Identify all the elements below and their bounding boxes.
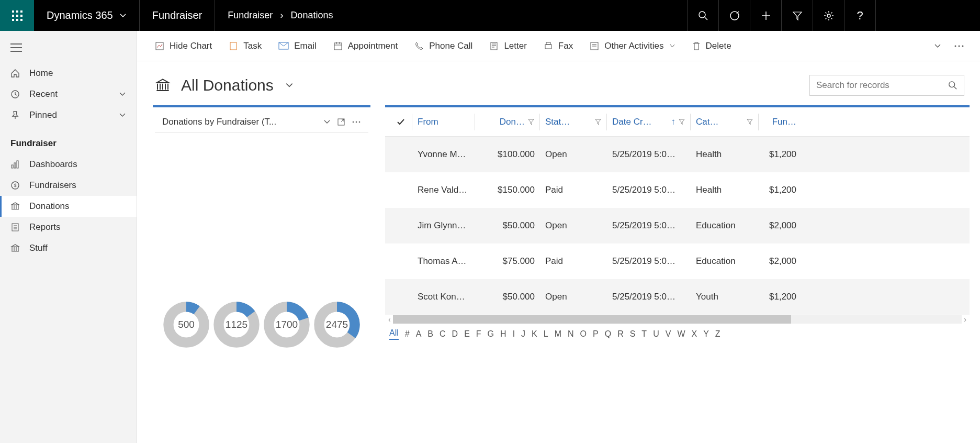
sidebar-toggle[interactable] — [0, 34, 137, 63]
cell-date: 5/25/2019 5:0… — [607, 292, 691, 302]
app-launcher[interactable] — [0, 0, 34, 31]
alpha-letter[interactable]: G — [488, 329, 494, 339]
donut-value: 500 — [163, 301, 210, 348]
svg-line-22 — [825, 18, 826, 19]
sidebar-item-donations[interactable]: Donations — [0, 196, 137, 217]
alpha-letter[interactable]: C — [440, 329, 446, 339]
alpha-letter[interactable]: D — [452, 329, 458, 339]
alpha-letter[interactable]: R — [617, 329, 624, 339]
sidebar-item-pinned[interactable]: Pinned — [0, 105, 137, 126]
settings-button[interactable] — [813, 0, 844, 31]
svg-point-59 — [353, 121, 354, 123]
cmd-fax[interactable]: Fax — [535, 41, 581, 51]
cmd-appointment[interactable]: Appointment — [325, 41, 406, 51]
cmd-letter[interactable]: Letter — [481, 41, 535, 51]
more-icon[interactable] — [352, 120, 361, 124]
app-title[interactable]: Dynamics 365 — [34, 0, 140, 31]
filter-button[interactable] — [781, 0, 813, 31]
email-icon — [278, 42, 289, 50]
alpha-letter[interactable]: M — [555, 329, 561, 339]
cmd-hide-chart[interactable]: Hide Chart — [147, 41, 220, 51]
scroll-right-icon[interactable]: › — [964, 315, 966, 324]
sidebar-item-stuff[interactable]: Stuff — [0, 238, 137, 259]
col-donation[interactable]: Don… — [475, 114, 540, 130]
alpha-letter[interactable]: L — [544, 329, 548, 339]
alpha-letter[interactable]: B — [427, 329, 433, 339]
alpha-letter[interactable]: K — [532, 329, 537, 339]
alpha-all[interactable]: All — [389, 328, 399, 340]
svg-rect-6 — [12, 19, 14, 21]
alpha-letter[interactable]: U — [653, 329, 659, 339]
table-row[interactable]: Yvonne M…$100.000Open5/25/2019 5:0…Healt… — [385, 137, 970, 172]
cmd-other-activities[interactable]: Other Activities — [581, 41, 683, 51]
donut-chart[interactable]: 500 — [163, 301, 210, 348]
alpha-letter[interactable]: Z — [715, 329, 720, 339]
select-all[interactable] — [389, 114, 412, 130]
col-status[interactable]: Stat… — [540, 114, 607, 130]
cmd-task[interactable]: Task — [220, 41, 270, 51]
cell-category: Education — [691, 256, 759, 267]
table-row[interactable]: Scott Kon…$50.000Open5/25/2019 5:0…Youth… — [385, 279, 970, 315]
donut-chart[interactable]: 1700 — [263, 301, 310, 348]
svg-rect-0 — [12, 10, 14, 13]
alpha-letter[interactable]: O — [580, 329, 587, 339]
col-category[interactable]: Cat… — [691, 114, 759, 130]
col-from[interactable]: From — [412, 114, 475, 130]
help-button[interactable]: ? — [844, 0, 875, 31]
alpha-letter[interactable]: X — [691, 329, 697, 339]
alpha-letter[interactable]: I — [513, 329, 515, 339]
chart-icon — [155, 41, 164, 51]
chevron-down-icon — [669, 43, 675, 49]
sidebar-item-label: Donations — [29, 201, 70, 212]
sidebar-item-reports[interactable]: Reports — [0, 217, 137, 238]
alpha-hash[interactable]: # — [405, 329, 410, 339]
cell-fundraiser: $1,200 — [759, 149, 802, 160]
svg-point-15 — [827, 14, 830, 17]
alpha-letter[interactable]: A — [416, 329, 422, 339]
new-button[interactable] — [750, 0, 781, 31]
alpha-letter[interactable]: V — [666, 329, 671, 339]
alpha-letter[interactable]: P — [593, 329, 599, 339]
col-fundraiser[interactable]: Fun… — [759, 114, 802, 130]
alpha-letter[interactable]: N — [568, 329, 574, 339]
more-icon[interactable] — [954, 45, 964, 48]
table-row[interactable]: Rene Vald…$150.000Paid5/25/2019 5:0…Heal… — [385, 172, 970, 208]
alpha-letter[interactable]: S — [630, 329, 636, 339]
sidebar-item-dashboards[interactable]: Dashboards — [0, 154, 137, 175]
donut-chart[interactable]: 1125 — [213, 301, 260, 348]
assistant-button[interactable] — [718, 0, 750, 31]
table-row[interactable]: Thomas A…$75.000Paid5/25/2019 5:0…Educat… — [385, 243, 970, 279]
alpha-letter[interactable]: Y — [703, 329, 709, 339]
sidebar-item-fundraisers[interactable]: $ Fundraisers — [0, 175, 137, 196]
breadcrumb-root[interactable]: Fundraiser — [228, 10, 273, 21]
alpha-letter[interactable]: W — [677, 329, 685, 339]
user-area[interactable] — [875, 0, 980, 31]
cmd-phone-call[interactable]: Phone Call — [406, 41, 481, 51]
alpha-letter[interactable]: J — [521, 329, 525, 339]
module-title[interactable]: Fundraiser — [140, 0, 216, 31]
scroll-left-icon[interactable]: ‹ — [388, 315, 391, 324]
horizontal-scrollbar[interactable]: ‹ › — [385, 315, 970, 324]
alpha-letter[interactable]: Q — [605, 329, 611, 339]
grid-panel: From Don… Stat… Date Cr…↑ Cat… Fun… Yvon… — [385, 105, 970, 443]
table-row[interactable]: Jim Glynn…$50.000Open5/25/2019 5:0…Educa… — [385, 208, 970, 243]
alpha-letter[interactable]: F — [476, 329, 481, 339]
view-selector[interactable]: All Donations — [181, 76, 294, 94]
alpha-letter[interactable]: T — [641, 329, 647, 339]
chevron-down-icon[interactable] — [934, 42, 941, 50]
expand-icon[interactable] — [337, 118, 345, 126]
cmd-email[interactable]: Email — [270, 41, 325, 51]
alpha-letter[interactable]: E — [464, 329, 470, 339]
cmd-delete[interactable]: Delete — [684, 41, 740, 51]
chevron-down-icon[interactable] — [323, 118, 331, 126]
svg-rect-30 — [17, 161, 18, 168]
search-button[interactable] — [687, 0, 718, 31]
report-icon — [10, 223, 20, 232]
col-date-created[interactable]: Date Cr…↑ — [607, 114, 691, 130]
search-input[interactable] — [816, 80, 948, 91]
search-box[interactable] — [809, 75, 964, 96]
sidebar-item-recent[interactable]: Recent — [0, 84, 137, 105]
alpha-letter[interactable]: H — [500, 329, 506, 339]
donut-chart[interactable]: 2475 — [313, 301, 361, 348]
sidebar-item-home[interactable]: Home — [0, 63, 137, 84]
